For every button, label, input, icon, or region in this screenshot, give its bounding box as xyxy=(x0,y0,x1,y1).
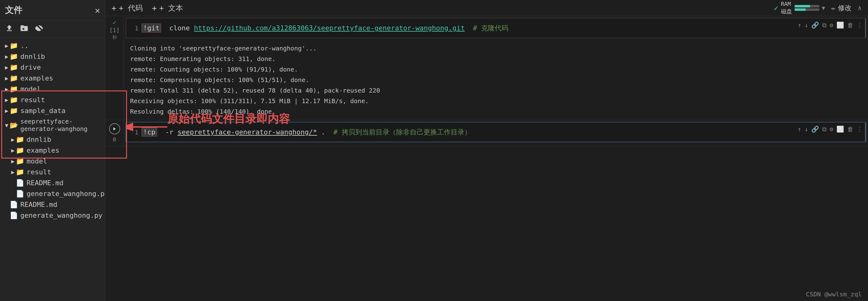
cell-2-move-down-icon[interactable]: ↓ xyxy=(805,124,808,134)
cell-2-move-up-icon[interactable]: ↑ xyxy=(798,124,801,134)
cell-1-link-icon[interactable]: 🔗 xyxy=(811,20,819,30)
cell-2-line-num: 1 xyxy=(132,127,142,137)
tree-item-generate-root[interactable]: ▶ 📄 generate_wanghong.py xyxy=(0,210,105,221)
tree-item-readme-root[interactable]: ▶ 📄 README.md xyxy=(0,199,105,210)
dropdown-icon[interactable]: ▼ xyxy=(822,5,825,11)
output-line-7: Resolving deltas: 100% (140/140), done. xyxy=(130,106,862,117)
cell-1-line-num: 1 xyxy=(132,23,142,33)
cell-1-move-up-icon[interactable]: ↑ xyxy=(798,20,801,30)
cell-2-more-icon[interactable]: ⋮ xyxy=(857,124,863,134)
cell-1-code[interactable]: 1 !git clone https://github.com/a3128630… xyxy=(126,18,866,38)
output-line-2: remote: Enumerating objects: 311, done. xyxy=(130,54,862,64)
cell-2-number: 0 xyxy=(113,136,116,143)
sidebar: 文件 ✕ ▶ 📁 .. ▶ 📁 dnnlib ▶ 📁 dr xyxy=(0,0,105,301)
cell-1-gutter: ✓ [1] 秒 xyxy=(105,16,124,120)
cell-2-delete-icon[interactable]: 🗑 xyxy=(847,124,854,134)
cell-2-expand-icon[interactable]: ⬜ xyxy=(836,124,844,134)
cell-2: 0 1 !cp -r seeprettyface-generator-wangh… xyxy=(105,120,868,146)
cell-1-copy-icon[interactable]: ⧉ xyxy=(822,20,827,30)
cell-1-url[interactable]: https://github.com/a312863063/seeprettyf… xyxy=(194,24,465,32)
cell-1-code-line: 1 !git clone https://github.com/a3128630… xyxy=(132,23,860,33)
cell-1-input-area: 1 !git clone https://github.com/a3128630… xyxy=(124,16,868,120)
pencil-icon: ✏️ xyxy=(832,4,835,12)
cell-2-divider xyxy=(865,122,866,142)
cell-1: ✓ [1] 秒 1 !git clone https://github.com/… xyxy=(105,16,868,120)
add-text-button[interactable]: + + 文本 xyxy=(152,3,183,13)
new-folder-icon[interactable] xyxy=(20,24,29,34)
close-icon[interactable]: ✕ xyxy=(95,5,100,15)
cell-1-delete-icon[interactable]: 🗑 xyxy=(847,20,854,30)
tree-item-result[interactable]: ▶ 📁 result xyxy=(0,95,105,105)
top-bar-right: ✓ RAM 磁盘 ▼ ✏️ 修改 ∧ xyxy=(774,1,862,15)
tree-item-dnnlib[interactable]: ▶ 📁 dnnlib xyxy=(0,51,105,62)
output-line-1: Cloning into 'seeprettyface-generator-wa… xyxy=(130,43,862,54)
cell-1-expand-icon[interactable]: ⬜ xyxy=(836,20,844,30)
notebook: ✓ [1] 秒 1 !git clone https://github.com/… xyxy=(105,16,868,301)
ram-disk-labels: RAM 磁盘 xyxy=(781,1,792,15)
tree-item-sample-data[interactable]: ▶ 📁 sample_data xyxy=(0,105,105,116)
cell-2-comment: # 拷贝到当前目录（除非自己更换工作目录） xyxy=(333,127,471,137)
sidebar-title: 文件 xyxy=(5,4,22,16)
watermark: CSDN @wwlsm_zql xyxy=(806,291,862,298)
cell-1-move-down-icon[interactable]: ↓ xyxy=(805,20,808,30)
cell-1-output: Cloning into 'seeprettyface-generator-wa… xyxy=(124,40,868,120)
cell-2-code-line: 1 !cp -r seeprettyface-generator-wanghon… xyxy=(132,127,860,137)
cell-2-gutter: 0 xyxy=(105,120,124,146)
output-line-5: remote: Total 311 (delta 52), reused 78 … xyxy=(130,85,862,96)
output-line-3: remote: Counting objects: 100% (91/91), … xyxy=(130,64,862,75)
sidebar-toolbar xyxy=(0,21,105,38)
tree-item-model-child[interactable]: ▶ 📁 model xyxy=(0,156,105,167)
tree-item-drive[interactable]: ▶ 📁 drive xyxy=(0,62,105,73)
run-button[interactable] xyxy=(109,123,120,134)
output-line-6: Receiving objects: 100% (311/311), 7.15 … xyxy=(130,96,862,106)
cell-1-cmd: !git clone https://github.com/a312863063… xyxy=(142,23,465,33)
output-line-4: remote: Compressing objects: 100% (51/51… xyxy=(130,75,862,85)
cell-2-input-area: 1 !cp -r seeprettyface-generator-wanghon… xyxy=(124,120,868,146)
cell-1-number: [1] xyxy=(110,27,120,33)
cell-1-toolbar: ↑ ↓ 🔗 ⧉ ⚙ ⬜ 🗑 ⋮ xyxy=(798,20,863,30)
cell-1-status: ✓ xyxy=(113,19,116,26)
ram-indicator: ✓ RAM 磁盘 ▼ xyxy=(774,1,825,15)
disk-bar xyxy=(795,8,819,11)
cell-1-more-icon[interactable]: ⋮ xyxy=(857,20,863,30)
svg-marker-0 xyxy=(113,127,116,131)
disk-bar-fill xyxy=(795,8,806,11)
tree-item-dotdot[interactable]: ▶ 📁 .. xyxy=(0,40,105,51)
collapse-icon[interactable]: ∧ xyxy=(858,4,862,12)
add-code-button[interactable]: + + 代码 xyxy=(112,3,143,13)
cell-1-time: 秒 xyxy=(113,35,117,40)
checkmark-icon: ✓ xyxy=(774,4,778,12)
tree-item-seeprettyface[interactable]: ▼ 📂 seeprettyface-generator-wanghong xyxy=(0,116,105,134)
cell-2-code[interactable]: 1 !cp -r seeprettyface-generator-wanghon… xyxy=(126,122,866,142)
ram-bar-fill xyxy=(795,5,810,7)
plus-text-icon: + xyxy=(152,3,157,13)
tree-item-readme-child[interactable]: ▶ 📄 README.md xyxy=(0,177,105,188)
tree-item-examples-child[interactable]: ▶ 📁 examples xyxy=(0,145,105,156)
cell-1-divider xyxy=(865,18,866,38)
cell-2-toolbar: ↑ ↓ 🔗 ⧉ ⚙ ⬜ 🗑 ⋮ xyxy=(798,124,863,134)
sidebar-header: 文件 ✕ xyxy=(0,0,105,21)
plus-code-icon: + xyxy=(112,3,117,13)
ram-bar xyxy=(795,5,819,7)
main-area: + + 代码 + + 文本 ✓ RAM 磁盘 xyxy=(105,0,868,301)
cell-2-copy-icon[interactable]: ⧉ xyxy=(822,124,827,134)
file-tree: ▶ 📁 .. ▶ 📁 dnnlib ▶ 📁 drive ▶ 📁 examples… xyxy=(0,38,105,301)
cell-2-link-icon[interactable]: 🔗 xyxy=(811,124,819,134)
upload-icon[interactable] xyxy=(5,24,13,34)
cell-1-settings-icon[interactable]: ⚙ xyxy=(830,20,833,30)
preview-icon[interactable] xyxy=(35,24,43,34)
tree-item-model[interactable]: ▶ 📁 model xyxy=(0,83,105,95)
edit-button[interactable]: ✏️ 修改 xyxy=(832,3,851,13)
cell-2-cmd: !cp -r seeprettyface-generator-wanghong/… xyxy=(142,127,325,137)
tree-item-result-child[interactable]: ▶ 📁 result xyxy=(0,167,105,177)
ram-bars xyxy=(795,5,819,11)
tree-item-dnnlib-child[interactable]: ▶ 📁 dnnlib xyxy=(0,134,105,145)
tree-item-generate-child[interactable]: ▶ 📄 generate_wanghong.py xyxy=(0,188,105,199)
cell-2-settings-icon[interactable]: ⚙ xyxy=(830,124,833,134)
top-bar-left: + + 代码 + + 文本 xyxy=(112,3,183,13)
tree-item-examples[interactable]: ▶ 📁 examples xyxy=(0,73,105,83)
cell-1-comment: # 克隆代码 xyxy=(473,23,509,33)
top-bar: + + 代码 + + 文本 ✓ RAM 磁盘 xyxy=(105,0,868,16)
